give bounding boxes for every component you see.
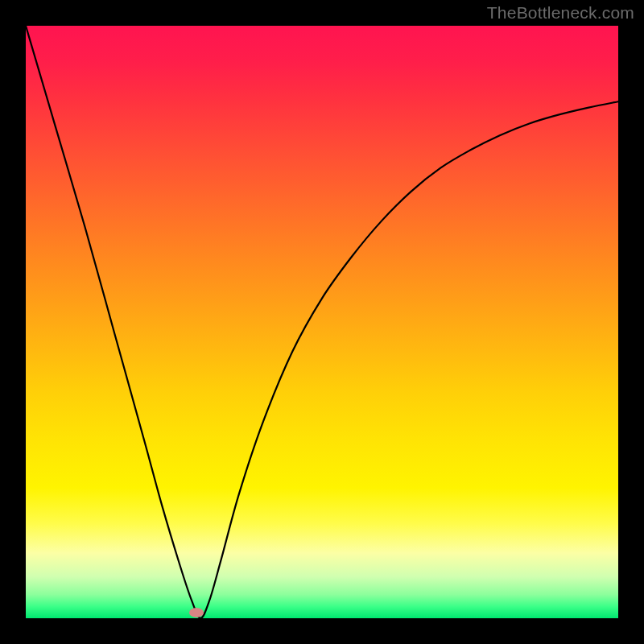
curve-svg — [26, 26, 618, 618]
watermark-label: TheBottleneck.com — [487, 3, 634, 23]
plot-area — [26, 26, 618, 618]
chart-frame: TheBottleneck.com — [0, 0, 644, 644]
bottleneck-curve — [26, 26, 618, 618]
minimum-marker-icon — [189, 608, 204, 617]
